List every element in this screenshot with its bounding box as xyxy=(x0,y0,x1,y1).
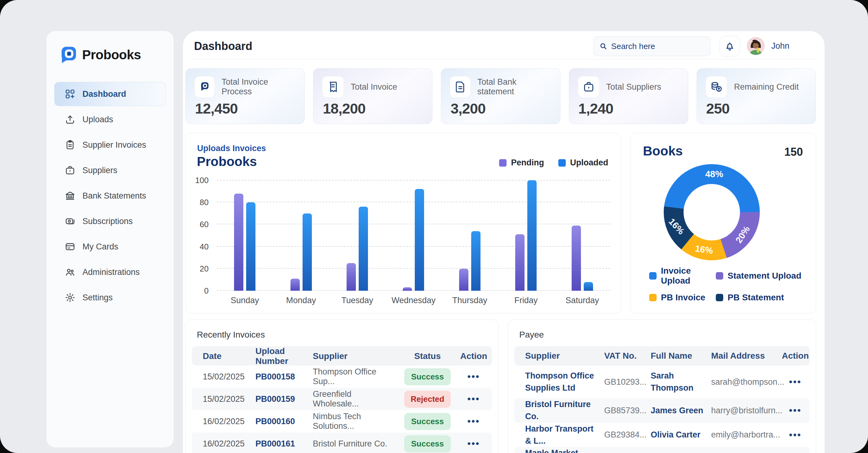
cell-supplier: Thompson Office Sup... xyxy=(313,367,400,386)
row-actions-button[interactable]: ••• xyxy=(455,371,492,382)
bar-pending xyxy=(290,279,300,291)
row-actions-button[interactable]: ••• xyxy=(455,394,492,404)
x-axis-labels: Sunday Monday Tuesday Wednesday Thursday… xyxy=(217,296,610,305)
full-name-link[interactable]: Sarah Thompson xyxy=(651,370,711,394)
sidebar-item-subscriptions[interactable]: Subscriptions xyxy=(54,209,166,233)
y-tick: 0 xyxy=(190,286,209,296)
sidebar-item-bank-statements[interactable]: Bank Statements xyxy=(54,184,166,208)
coins-icon xyxy=(706,76,727,98)
bar-chart-legend: Pending Uploaded xyxy=(499,158,608,168)
books-total: 150 xyxy=(784,145,803,159)
supplier-link[interactable]: Maple Market Foods... xyxy=(525,447,604,453)
sidebar-item-label: Uploads xyxy=(83,115,113,124)
stat-label: Total Invoice Process xyxy=(222,77,296,96)
stat-card-total-bank-statement: Total Bank statement 3,200 xyxy=(441,68,560,124)
bar-pending xyxy=(571,226,581,291)
notifications-button[interactable] xyxy=(719,36,740,56)
supplier-link[interactable]: Bristol Furniture Co. xyxy=(525,398,604,423)
upload-number-link[interactable]: PB000161 xyxy=(255,439,313,449)
logo: Probooks xyxy=(54,45,166,64)
search-box[interactable] xyxy=(593,36,711,56)
upload-number-link[interactable]: PB000158 xyxy=(255,372,313,381)
legend-item-pending: Pending xyxy=(499,158,544,168)
stat-label: Total Suppliers xyxy=(607,82,661,92)
full-name-link[interactable]: James Green xyxy=(651,405,711,417)
row-actions-button[interactable]: ••• xyxy=(781,430,810,440)
column-header: Action xyxy=(781,351,810,361)
stat-value: 1,240 xyxy=(579,100,614,117)
column-header: Upload Number xyxy=(255,346,313,366)
bar-group-sunday xyxy=(234,180,255,291)
search-input[interactable] xyxy=(611,41,705,51)
row-actions-button[interactable]: ••• xyxy=(455,438,492,449)
main-panel: Dashboard John xyxy=(183,31,825,453)
user-name[interactable]: John xyxy=(771,41,789,51)
bar-uploaded xyxy=(415,189,424,291)
supplier-link[interactable]: Thompson Office Supplies Ltd xyxy=(525,370,604,394)
table-row: Harbor Transport & L... GB29384... Olivi… xyxy=(514,423,810,447)
sidebar-item-uploads[interactable]: Uploads xyxy=(54,107,166,132)
bar-uploaded xyxy=(527,180,537,291)
users-icon xyxy=(64,266,75,278)
bar-uploaded xyxy=(246,202,255,291)
gear-icon xyxy=(64,292,75,303)
stats-row: Total Invoice Process 12,450 Total Invoi… xyxy=(185,68,816,124)
stat-label: Total Bank statement xyxy=(477,77,552,96)
section-label: Payee xyxy=(519,330,544,340)
sidebar-item-label: Suppliers xyxy=(83,166,118,175)
status-pill: Success xyxy=(404,435,451,452)
y-tick: 40 xyxy=(190,242,209,251)
column-header: Supplier xyxy=(525,351,604,361)
cell-vat: GB10293... xyxy=(604,377,651,387)
cell-date: 15/02/2025 xyxy=(203,394,255,404)
full-name-link[interactable]: Olivia Carter xyxy=(651,429,711,441)
x-label: Monday xyxy=(273,296,329,305)
upload-number-link[interactable]: PB000159 xyxy=(255,394,313,404)
books-title: Books xyxy=(643,144,683,159)
cell-supplier: Bristol Furniture Co. xyxy=(313,439,400,449)
legend-label: PB Statement xyxy=(727,292,784,303)
sidebar-item-administrations[interactable]: Administrations xyxy=(54,260,166,284)
bar-pending xyxy=(347,263,356,291)
sidebar-item-suppliers[interactable]: Suppliers xyxy=(54,158,166,182)
column-header: Action xyxy=(455,351,492,361)
invoice-icon xyxy=(322,76,344,98)
bar-group-thursday xyxy=(459,180,480,291)
stat-label: Remaining Credit xyxy=(734,82,799,92)
legend-label: Invoice Upload xyxy=(661,266,716,286)
stat-value: 18,200 xyxy=(323,100,366,117)
swatch xyxy=(649,272,657,280)
sidebar-item-settings[interactable]: Settings xyxy=(54,285,166,310)
cell-mail: sarah@thompson... xyxy=(711,377,781,387)
donut-label: 16% xyxy=(694,244,714,256)
sidebar-item-label: Dashboard xyxy=(83,89,126,99)
payee-table-body: Thompson Office Supplies Ltd GB10293... … xyxy=(514,366,810,453)
legend-label: Statement Upload xyxy=(727,271,801,281)
bar-group-monday xyxy=(290,180,312,291)
credit-card-icon xyxy=(64,241,75,252)
column-header: Date xyxy=(203,351,255,361)
sidebar-item-my-cards[interactable]: My Cards xyxy=(54,234,166,259)
app-canvas: Probooks Dashboard Uploads Supplier Invo… xyxy=(0,0,868,453)
upload-number-link[interactable]: PB000160 xyxy=(255,417,313,426)
uploads-invoices-chart-card: Uploads Invoices Probooks Pending Upload… xyxy=(185,133,621,313)
sidebar: Probooks Dashboard Uploads Supplier Invo… xyxy=(46,31,174,447)
supplier-link[interactable]: Harbor Transport & L... xyxy=(525,423,604,447)
x-label: Wednesday xyxy=(385,296,441,305)
swatch xyxy=(716,294,723,301)
bar-uploaded xyxy=(471,231,480,291)
sidebar-item-supplier-invoices[interactable]: Supplier Invoices xyxy=(54,133,166,157)
row-actions-button[interactable]: ••• xyxy=(781,405,810,416)
chart-title: Probooks xyxy=(197,154,257,169)
row-actions-button[interactable]: ••• xyxy=(781,377,810,387)
cell-date: 15/02/2025 xyxy=(203,372,255,381)
recent-table-header: Date Upload Number Supplier Status Actio… xyxy=(192,346,492,366)
avatar[interactable] xyxy=(747,37,765,55)
row-actions-button[interactable]: ••• xyxy=(455,416,492,427)
books-legend: Invoice Upload Statement Upload PB Invoi… xyxy=(649,266,804,303)
y-tick: 80 xyxy=(190,198,209,207)
column-header: Full Name xyxy=(651,351,711,361)
sidebar-item-dashboard[interactable]: Dashboard xyxy=(54,82,166,106)
document-icon xyxy=(450,76,470,98)
sidebar-item-label: Subscriptions xyxy=(83,217,133,226)
